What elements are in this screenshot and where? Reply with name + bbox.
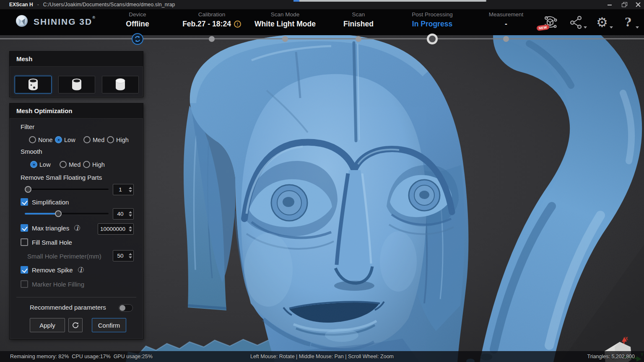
app-name: EXScan H — [9, 2, 33, 8]
unwatertight-cylinder-icon — [28, 78, 39, 91]
smooth-label: Smooth — [21, 148, 42, 155]
mesh-panel: Mesh — [9, 51, 143, 97]
watertight-model-button[interactable] — [102, 76, 139, 93]
project-file-path: C:/Users/Joakim/Documents/Scans/dmeo/dme… — [43, 2, 175, 8]
filter-radio-low[interactable]: Low — [55, 136, 75, 143]
recommended-parameters-label: Recommended parameters — [30, 304, 106, 311]
open-model-button[interactable] — [58, 76, 95, 93]
mesh-panel-header: Mesh — [10, 52, 143, 67]
slider-knob[interactable] — [55, 210, 62, 217]
maximize-button[interactable] — [621, 2, 626, 7]
remove-spike-info-icon: i — [78, 267, 84, 273]
recording-scrub-bar — [293, 0, 486, 2]
marker-hole-filling-checkbox[interactable]: Marker Hole Filling — [21, 280, 84, 288]
small-hole-perimeter-spinner[interactable]: 50 — [113, 250, 134, 261]
measurement-node[interactable] — [503, 36, 509, 42]
workflow-progress-line — [0, 38, 644, 39]
filter-radio-med[interactable]: Med — [83, 136, 104, 143]
open-cylinder-icon — [71, 78, 82, 91]
filter-label: Filter — [21, 123, 34, 130]
smooth-radio-high[interactable]: High — [83, 161, 105, 168]
brand-logo: SHINING 3D® — [15, 14, 96, 28]
help-icon: ? — [625, 16, 631, 29]
axis-x-label: X — [625, 336, 628, 341]
remove-small-floating-parts-label: Remove Small Floating Parts — [21, 174, 102, 181]
gear-icon: ⚙ — [596, 16, 608, 29]
simplification-spinner[interactable]: 40 — [113, 208, 134, 220]
post-processing-node-active[interactable] — [427, 34, 438, 44]
close-button[interactable] — [636, 2, 641, 7]
smooth-radio-med[interactable]: Med — [60, 161, 80, 168]
remove-small-floating-parts-slider[interactable] — [25, 186, 109, 193]
share-dropdown-caret — [584, 26, 587, 28]
max-triangles-spinner[interactable]: 10000000 — [98, 223, 134, 235]
exscan-app-window: X Bottom Y EXScan H - C:/Users/Joakim/Do… — [0, 0, 644, 362]
slider-knob[interactable] — [25, 186, 31, 193]
top-nav-bar: SHINING 3D® Device Offline Calibration F… — [0, 9, 644, 35]
filter-radio-none[interactable]: None — [29, 136, 53, 143]
reset-button[interactable] — [68, 318, 83, 332]
device-sync-node[interactable] — [132, 33, 143, 45]
share-button[interactable] — [568, 13, 584, 31]
recommended-parameters-toggle[interactable] — [119, 304, 133, 312]
sync-icon — [134, 36, 141, 42]
scan-node[interactable] — [356, 36, 361, 42]
mouse-controls-hint: Left Mouse: Rotate | Middle Mouse: Pan |… — [0, 354, 644, 359]
remove-small-floating-parts-spinner[interactable]: 1 — [113, 184, 134, 195]
max-triangles-checkbox[interactable]: Max triangles i — [21, 224, 80, 232]
mesh-optimization-title: Mesh Optimization — [16, 107, 72, 114]
help-button[interactable]: ? — [620, 13, 636, 31]
refresh-icon — [72, 322, 79, 328]
model-viewer-button[interactable]: NEW — [542, 13, 558, 31]
smooth-radio-low[interactable]: Low — [30, 161, 51, 168]
unwatertight-model-button[interactable] — [15, 76, 52, 93]
minimize-button[interactable] — [607, 2, 612, 7]
title-bar: EXScan H - C:/Users/Joakim/Documents/Sca… — [0, 0, 644, 9]
fill-small-hole-checkbox[interactable]: Fill Small Hole — [21, 238, 72, 246]
filter-radio-high[interactable]: High — [107, 136, 129, 143]
mesh-optimization-panel: Mesh Optimization Filter None Low Med Hi… — [9, 103, 143, 339]
simplification-slider[interactable] — [25, 210, 109, 217]
max-triangles-info-icon: i — [74, 225, 80, 231]
share-icon — [569, 16, 583, 29]
small-hole-perimeter-label: Small Hole Perimeter(mm) — [27, 253, 101, 260]
shining3d-logo-icon — [15, 14, 29, 28]
triangle-count: Triangles: 5,202,800 — [587, 354, 635, 359]
confirm-button[interactable]: Confirm — [92, 318, 126, 332]
title-separator: - — [37, 2, 39, 8]
new-badge: NEW — [536, 24, 549, 31]
status-bar: Remaining memory: 82% CPU usage:17% GPU … — [0, 351, 644, 362]
simplification-checkbox[interactable]: Simplification — [21, 198, 69, 206]
brand-name: SHINING 3D® — [34, 16, 96, 27]
panel-divider — [16, 297, 136, 297]
scan-mode-node[interactable] — [282, 36, 288, 42]
spinner-arrows[interactable] — [127, 224, 133, 234]
calibration-node[interactable] — [209, 36, 215, 42]
mesh-panel-title: Mesh — [16, 55, 32, 62]
spinner-arrows[interactable] — [127, 184, 133, 195]
remove-spike-checkbox[interactable]: Remove Spike i — [21, 266, 84, 274]
help-dropdown-caret — [636, 26, 639, 28]
settings-button[interactable]: ⚙ — [594, 13, 610, 31]
closed-cylinder-icon — [115, 78, 126, 91]
apply-button[interactable]: Apply — [30, 318, 65, 332]
spinner-arrows[interactable] — [127, 209, 133, 219]
settings-dropdown-caret — [610, 26, 613, 28]
spinner-arrows[interactable] — [127, 251, 133, 261]
mesh-optimization-header: Mesh Optimization — [10, 103, 143, 119]
